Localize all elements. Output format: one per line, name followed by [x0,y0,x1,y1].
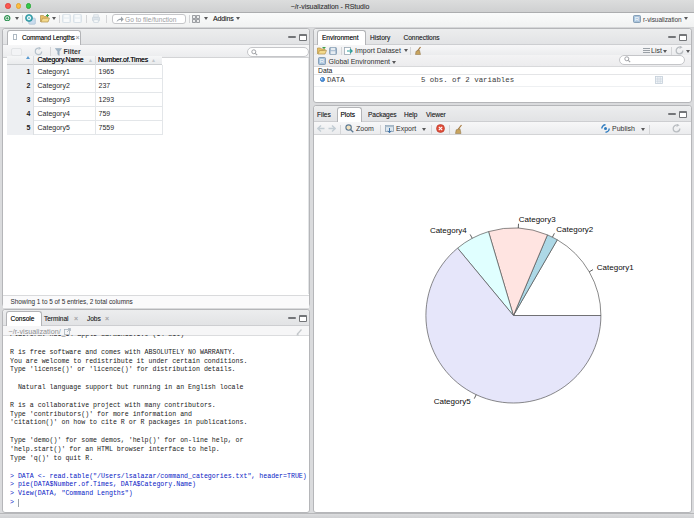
svg-text:Category1: Category1 [597,263,634,272]
svg-text:R: R [635,16,640,22]
svg-text:Category3: Category3 [519,215,556,224]
svg-text:R: R [320,58,325,64]
svg-text:Category5: Category5 [434,397,471,406]
svg-text:Category2: Category2 [556,225,593,234]
svg-text:Category4: Category4 [430,226,467,235]
